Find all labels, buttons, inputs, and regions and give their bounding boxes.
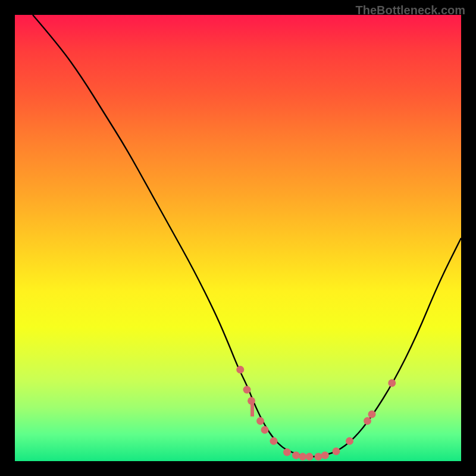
marker-dot [283,449,291,456]
marker-dot [299,453,306,461]
watermark-text: TheBottleneck.com [356,4,465,17]
chart-plot-area [15,15,461,461]
chart-svg [15,15,461,461]
marker-dot [368,411,376,418]
marker-dot [306,453,314,461]
marker-dot [333,447,340,455]
marker-bar [250,403,254,417]
marker-dot [315,453,322,461]
marker-dot [364,417,371,425]
marker-dot [321,452,329,459]
marker-dot [261,426,269,434]
marker-dot [292,452,300,459]
marker-dot [243,386,251,394]
marker-bars [250,403,254,417]
marker-dot [346,437,353,445]
marker-dots [236,366,396,461]
marker-dot [270,437,278,445]
marker-dot [236,366,244,374]
marker-dot [248,397,255,405]
marker-dot [256,417,264,425]
marker-dot [388,379,396,387]
